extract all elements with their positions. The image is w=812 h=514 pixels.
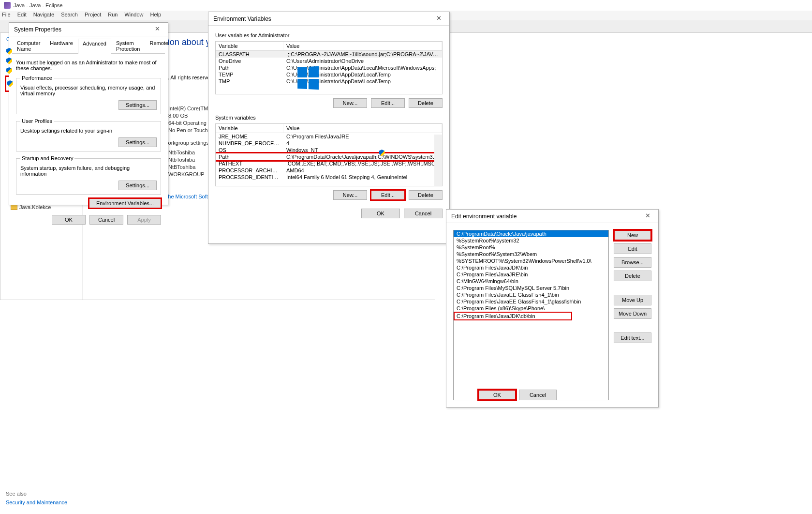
col-value[interactable]: Value xyxy=(283,124,442,133)
list-item[interactable]: %SystemRoot%\system32 xyxy=(454,237,608,244)
sys-vars-label: System variables xyxy=(215,115,443,121)
col-variable[interactable]: Variable xyxy=(216,124,283,133)
list-item[interactable]: C:\MinGW64\mingw64\bin xyxy=(454,278,608,285)
scrollbar[interactable] xyxy=(434,135,442,186)
computer-name-value: NtbToshiba xyxy=(168,150,195,155)
table-row[interactable]: PATHEXT.COM;.EXE;.BAT;.CMD;.VBS;.VBE;.JS… xyxy=(216,160,442,167)
performance-group: Performance Visual effects, processor sc… xyxy=(16,75,161,114)
workgroup-value: WORKGROUP xyxy=(168,171,205,177)
list-item[interactable]: C:\Program Files\JavaJRE\bin xyxy=(454,271,608,278)
editenv-title: Edit environment variable xyxy=(451,213,517,220)
tab-system-protection[interactable]: System Protection xyxy=(111,38,145,53)
see-also: See also Security and Maintenance xyxy=(6,491,67,508)
editenv-edit-button[interactable]: Edit xyxy=(614,243,651,254)
sys-new-button[interactable]: New... xyxy=(333,190,367,200)
editenv-edittext-button[interactable]: Edit text... xyxy=(614,333,651,343)
list-item[interactable]: %SystemRoot%\System32\Wbem xyxy=(454,251,608,257)
table-row[interactable]: PROCESSOR_ARCHITECTUREAMD64 xyxy=(216,167,442,174)
list-item[interactable]: %SystemRoot% xyxy=(454,244,608,251)
editenv-titlebar[interactable]: Edit environment variable ✕ xyxy=(446,210,658,223)
list-item[interactable]: C:\Program Files\JavaEE GlassFish4_1\bin xyxy=(454,291,608,298)
sysprop-titlebar[interactable]: System Properties ✕ xyxy=(9,23,168,36)
col-value[interactable]: Value xyxy=(283,42,442,50)
editenv-delete-button[interactable]: Delete xyxy=(614,271,651,281)
sys-vars-table[interactable]: VariableValue JRE_HOMEC:\Program Files\J… xyxy=(215,123,443,186)
table-row[interactable]: OneDriveC:\Users\Administrator\OneDrive xyxy=(216,58,442,64)
tab-remote[interactable]: Remote xyxy=(145,38,173,53)
userprofiles-settings-button[interactable]: Settings... xyxy=(118,137,157,147)
sysprop-apply-button[interactable]: Apply xyxy=(127,215,161,225)
tab-hardware[interactable]: Hardware xyxy=(45,38,78,53)
menu-help[interactable]: Help xyxy=(150,12,162,19)
user-vars-label: User variables for Administrator xyxy=(215,32,443,38)
list-item[interactable]: %SYSTEMROOT%\System32\WindowsPowerShell\… xyxy=(454,257,608,264)
envvars-title: Environment Variables xyxy=(213,15,271,22)
table-row[interactable]: OSWindows_NT xyxy=(216,147,442,153)
editenv-new-button[interactable]: New xyxy=(614,230,651,241)
menu-edit[interactable]: Edit xyxy=(17,12,27,19)
startup-settings-button[interactable]: Settings... xyxy=(118,181,157,190)
editenv-browse-button[interactable]: Browse... xyxy=(614,257,651,268)
ram-value: 8,00 GB xyxy=(168,113,188,119)
system-properties-dialog: System Properties ✕ Computer Name Hardwa… xyxy=(9,22,168,205)
performance-legend: Performance xyxy=(20,75,54,81)
table-row[interactable]: PROCESSOR_IDENTIFIERIntel64 Family 6 Mod… xyxy=(216,174,442,181)
editenv-buttons: New Edit Browse... Delete Move Up Move D… xyxy=(614,230,651,400)
sys-delete-button[interactable]: Delete xyxy=(409,190,443,200)
close-icon[interactable]: ✕ xyxy=(640,212,655,221)
sysprop-ok-button[interactable]: OK xyxy=(52,215,86,225)
startup-legend: Startup and Recovery xyxy=(20,155,74,161)
menu-window[interactable]: Window xyxy=(124,12,143,19)
full-computer-name-value: NtbToshiba xyxy=(168,157,195,163)
user-new-button[interactable]: New... xyxy=(333,98,367,108)
editenv-ok-button[interactable]: OK xyxy=(478,390,516,400)
list-item[interactable]: C:\Program Files\JavaJDK\bin xyxy=(454,264,608,271)
envvars-cancel-button[interactable]: Cancel xyxy=(404,209,443,218)
close-icon[interactable]: ✕ xyxy=(431,14,446,24)
menu-search[interactable]: Search xyxy=(61,12,78,19)
user-delete-button[interactable]: Delete xyxy=(409,98,443,108)
tab-advanced[interactable]: Advanced xyxy=(78,39,111,54)
security-maintenance-link[interactable]: Security and Maintenance xyxy=(6,499,67,505)
list-item[interactable]: C:\ProgramData\Oracle\Java\javapath xyxy=(454,230,608,237)
editenv-moveup-button[interactable]: Move Up xyxy=(614,295,651,305)
table-row-path[interactable]: PathC:\ProgramData\Oracle\Java\javapath;… xyxy=(216,153,442,160)
tab-computer-name[interactable]: Computer Name xyxy=(12,38,45,53)
close-icon[interactable]: ✕ xyxy=(149,25,165,34)
menu-run[interactable]: Run xyxy=(108,12,118,19)
sysprop-cancel-button[interactable]: Cancel xyxy=(89,215,123,225)
performance-settings-button[interactable]: Settings... xyxy=(118,100,157,110)
user-vars-table[interactable]: VariableValue CLASSPATH.;;C:\PROGRA~2\JA… xyxy=(215,41,443,94)
editenv-movedown-button[interactable]: Move Down xyxy=(614,308,651,319)
list-item[interactable]: C:\Program Files\MySQL\MySQL Server 5.7\… xyxy=(454,285,608,291)
list-item[interactable]: C:\Program Files\JavaEE GlassFish4_1\gla… xyxy=(454,298,608,305)
computer-desc-value: NtBToshiba xyxy=(168,164,195,170)
envvars-ok-button[interactable]: OK xyxy=(361,209,400,218)
table-row[interactable]: CLASSPATH.;;C:\PROGRA~2\JAVAME~1\lib\sou… xyxy=(216,51,442,58)
environment-variables-button[interactable]: Environment Variables... xyxy=(89,198,161,208)
sys-edit-button[interactable]: Edit... xyxy=(371,190,405,200)
environment-variables-dialog: Environment Variables ✕ User variables f… xyxy=(208,12,450,244)
userprofiles-legend: User Profiles xyxy=(20,118,54,124)
list-item[interactable]: C:\Program Files (x86)\Skype\Phone\ xyxy=(454,305,608,312)
table-row[interactable]: NUMBER_OF_PROCESSORS4 xyxy=(216,140,442,147)
editenv-cancel-button[interactable]: Cancel xyxy=(519,390,557,400)
menu-project[interactable]: Project xyxy=(85,12,101,19)
user-edit-button[interactable]: Edit... xyxy=(371,98,405,108)
sysprop-title: System Properties xyxy=(14,26,61,33)
table-row[interactable]: JRE_HOMEC:\Program Files\JavaJRE xyxy=(216,133,442,140)
eclipse-title-text: Java - Java - Eclipse xyxy=(14,2,62,8)
startup-group: Startup and Recovery System startup, sys… xyxy=(16,155,161,195)
table-row[interactable]: TEMPC:\Users\Administrator\AppData\Local… xyxy=(216,71,442,78)
userprofiles-group: User Profiles Desktop settings related t… xyxy=(16,118,161,151)
table-row[interactable]: PathC:\Users\Administrator\AppData\Local… xyxy=(216,64,442,71)
menu-file[interactable]: File xyxy=(2,12,11,19)
path-entries-list[interactable]: C:\ProgramData\Oracle\Java\javapath %Sys… xyxy=(453,230,609,400)
envvars-titlebar[interactable]: Environment Variables ✕ xyxy=(208,12,449,26)
list-item-highlighted[interactable]: C:\Program Files\JavaJDK\db\bin xyxy=(454,312,572,320)
menu-navigate[interactable]: Navigate xyxy=(33,12,54,19)
performance-desc: Visual effects, processor scheduling, me… xyxy=(20,85,157,96)
table-row[interactable]: TMPC:\Users\Administrator\AppData\Local\… xyxy=(216,78,442,85)
col-variable[interactable]: Variable xyxy=(216,42,283,50)
edit-environment-variable-dialog: Edit environment variable ✕ C:\ProgramDa… xyxy=(446,209,659,408)
